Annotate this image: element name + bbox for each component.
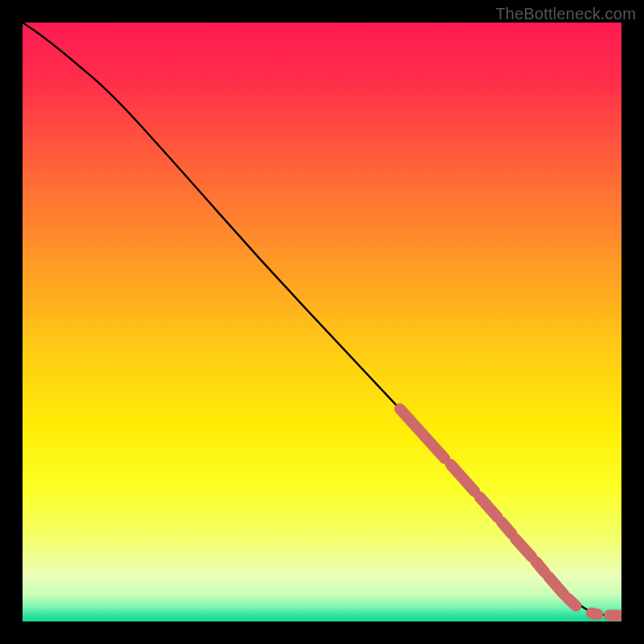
highlight-segment [515, 539, 531, 556]
highlight-segment [568, 598, 576, 606]
highlight-segment [400, 409, 445, 459]
credit-label: TheBottleneck.com [495, 5, 636, 23]
highlight-segment [480, 497, 497, 517]
main-curve [23, 23, 621, 616]
highlight-segment [502, 522, 512, 534]
highlight-segments [400, 409, 619, 616]
highlight-segment [536, 562, 545, 572]
chart-frame: TheBottleneck.com [0, 0, 644, 644]
highlight-segment [451, 464, 475, 491]
curve-layer [23, 23, 621, 621]
plot-area [23, 23, 621, 621]
highlight-segment [592, 613, 597, 614]
highlight-segment [548, 576, 564, 594]
